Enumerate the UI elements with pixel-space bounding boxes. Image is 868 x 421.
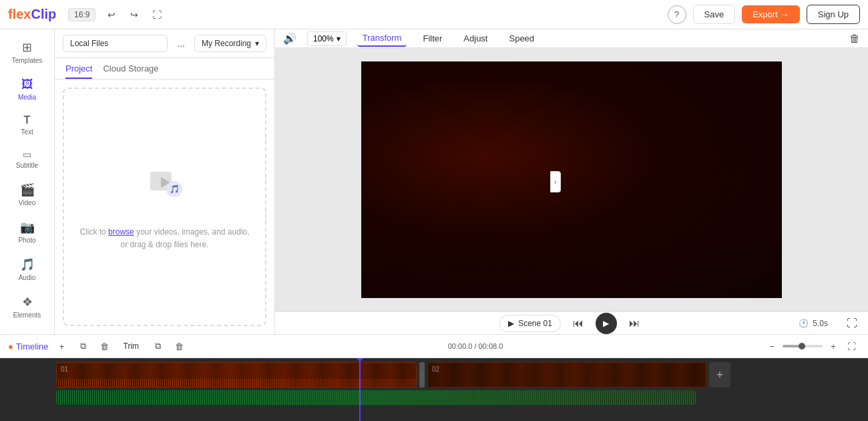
top-bar: flexClip 16:9 ↩ ↪ ⛶ ? Save Export → Sign… (0, 0, 868, 29)
sidebar-label-media: Media (18, 94, 36, 101)
sidebar-label-subtitle: Subtitle (16, 162, 38, 169)
history-controls: ↩ ↪ ⛶ (102, 5, 166, 24)
elements-icon: ❖ (22, 295, 33, 309)
preview-area: 🔊 100% ▾ Transform Filter Adjust Speed 🗑… (275, 29, 868, 334)
video-content (361, 61, 782, 298)
sidebar-item-elements[interactable]: ❖ Elements (5, 289, 50, 324)
playhead-handle (357, 358, 363, 361)
timeline-time-counter: 00:00.0 / 00:08.0 (448, 342, 503, 350)
timeline-dot-icon: ● (8, 341, 13, 352)
sidebar-item-audio[interactable]: 🎵 Audio (5, 252, 50, 287)
export-button[interactable]: Export → (742, 5, 800, 23)
clip-divider[interactable]: ⋮ (419, 362, 425, 388)
audio-clip[interactable] (56, 390, 696, 405)
left-sidebar: ⊞ Templates 🖼 Media T Text ▭ Subtitle 🎬 … (0, 29, 55, 334)
media-panel: Local Files ... My Recording ▾ Project C… (55, 29, 275, 334)
clock-icon: 🕐 (799, 319, 809, 328)
volume-icon[interactable]: 🔊 (283, 32, 296, 45)
trim-button[interactable]: Trim (118, 340, 145, 352)
sidebar-item-media[interactable]: 🖼 Media (5, 72, 50, 106)
fit-timeline-button[interactable]: ⛶ (844, 338, 860, 354)
timeline-toolbar: ● Timeline + ⧉ 🗑 Trim ⧉ 🗑 00:00.0 / 00:0… (0, 334, 868, 358)
transform-button[interactable]: Transform (357, 30, 407, 47)
sidebar-item-video[interactable]: 🎬 Video (5, 177, 50, 212)
sidebar-item-text[interactable]: T Text (5, 109, 50, 141)
photo-icon: 📷 (20, 220, 35, 235)
browse-link[interactable]: browse (108, 227, 134, 237)
sidebar-item-subtitle[interactable]: ▭ Subtitle (5, 144, 50, 174)
undo-button[interactable]: ↩ (102, 5, 121, 24)
timeline-label: ● Timeline (8, 341, 49, 352)
fullscreen-toggle-button[interactable]: ⛶ (148, 5, 166, 24)
save-button[interactable]: Save (693, 5, 736, 24)
sidebar-label-text: Text (21, 128, 33, 136)
timeline-tracks: 01 ⋮ 02 + (0, 358, 868, 421)
speed-button[interactable]: Speed (503, 31, 539, 46)
fullscreen-button[interactable]: ⛶ (847, 317, 857, 329)
skip-back-button[interactable]: ⏮ (569, 314, 588, 333)
filter-button[interactable]: Filter (417, 31, 447, 46)
player-controls: ▶ Scene 01 ⏮ ▶ ⏭ 🕐 5.0s ⛶ (275, 311, 868, 334)
sidebar-item-overlays[interactable]: ⧉ Overlays (5, 327, 50, 334)
zoom-slider[interactable] (783, 345, 823, 347)
video-clip-02[interactable]: 02 (427, 362, 706, 388)
text-icon: T (24, 114, 31, 126)
local-files-label: Local Files (70, 39, 108, 48)
video-frame (361, 61, 782, 298)
signup-button[interactable]: Sign Up (807, 5, 860, 24)
app-logo: flexClip (8, 5, 61, 24)
zoom-control[interactable]: 100% ▾ (307, 31, 347, 46)
sidebar-item-templates[interactable]: ⊞ Templates (5, 35, 50, 69)
logo-text: flexClip (8, 7, 56, 22)
skip-forward-button[interactable]: ⏭ (625, 314, 644, 333)
add-track-button[interactable]: + (54, 338, 70, 354)
current-time: 5.0s (813, 319, 828, 328)
tab-cloud-storage[interactable]: Cloud Storage (103, 63, 158, 79)
audio-waveform (56, 390, 696, 405)
subtitle-icon: ▭ (23, 149, 31, 160)
play-pause-button[interactable]: ▶ (596, 313, 617, 334)
trash-icon[interactable]: 🗑 (171, 338, 187, 354)
sidebar-label-video: Video (19, 199, 35, 206)
drop-zone-icon: 🎵 (145, 162, 185, 218)
delete-timeline-button[interactable]: 🗑 (97, 338, 113, 354)
drop-zone: 🎵 Click to browse your videos, images, a… (63, 88, 266, 326)
delete-clip-button[interactable]: 🗑 (849, 33, 860, 45)
zoom-in-button[interactable]: + (825, 338, 841, 354)
more-options-button[interactable]: ... (173, 35, 189, 51)
duplicate-clip-button[interactable]: ⧉ (75, 338, 91, 354)
video-clip-01[interactable]: 01 (56, 362, 417, 388)
svg-text:🎵: 🎵 (169, 184, 179, 194)
chevron-down-icon: ▾ (255, 39, 259, 48)
video-preview (275, 48, 868, 311)
templates-icon: ⊞ (22, 40, 32, 55)
my-recording-tab[interactable]: My Recording ▾ (194, 35, 266, 52)
video-track-row: 01 ⋮ 02 + (56, 362, 868, 388)
add-clip-button[interactable]: + (709, 362, 730, 388)
time-display: 🕐 5.0s (799, 319, 828, 328)
timeline-area: ● Timeline + ⧉ 🗑 Trim ⧉ 🗑 00:00.0 / 00:0… (0, 334, 868, 421)
copy-icon[interactable]: ⧉ (150, 338, 166, 354)
scene-selector[interactable]: ▶ Scene 01 (499, 315, 561, 332)
adjust-button[interactable]: Adjust (458, 31, 493, 46)
playhead[interactable] (359, 358, 361, 421)
media-icon: 🖼 (21, 78, 33, 92)
collapse-panel-button[interactable]: ‹ (550, 171, 561, 192)
tab-project[interactable]: Project (65, 63, 92, 79)
local-files-tab[interactable]: Local Files (63, 35, 168, 52)
redo-button[interactable]: ↪ (125, 5, 144, 24)
video-icon: 🎬 (20, 182, 35, 197)
sidebar-label-elements: Elements (13, 311, 41, 319)
recording-label: My Recording (202, 39, 251, 48)
zoom-out-button[interactable]: − (764, 338, 780, 354)
audio-track-row (56, 390, 868, 405)
aspect-ratio-badge[interactable]: 16:9 (68, 8, 95, 21)
sidebar-label-templates: Templates (12, 57, 43, 64)
play-small-icon: ▶ (508, 319, 514, 328)
help-button[interactable]: ? (668, 5, 686, 24)
sidebar-item-photo[interactable]: 📷 Photo (5, 215, 50, 249)
audio-icon: 🎵 (20, 257, 35, 272)
sidebar-label-audio: Audio (19, 274, 36, 281)
preview-toolbar: 🔊 100% ▾ Transform Filter Adjust Speed 🗑 (275, 29, 868, 48)
timeline-zoom-bar: − + ⛶ (764, 338, 860, 354)
